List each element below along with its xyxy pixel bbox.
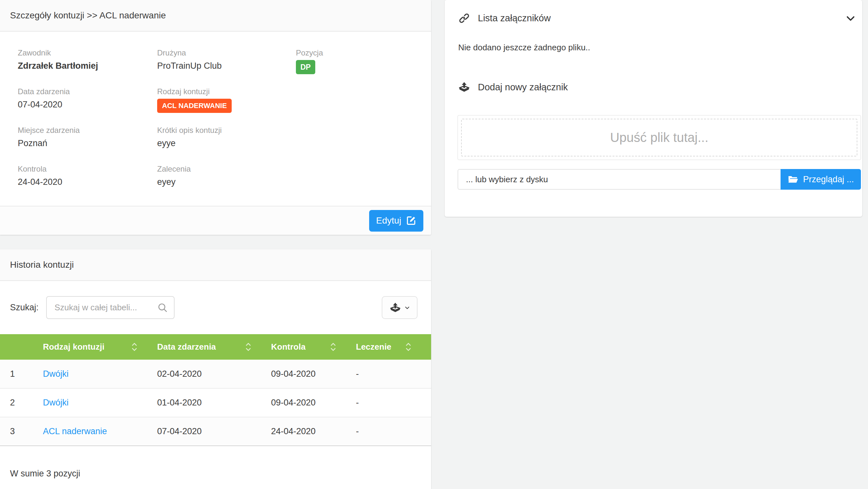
field-short-description: Krótki opis kontuzji eyye xyxy=(157,126,296,164)
event-date-cell: 01-04-2020 xyxy=(157,388,271,417)
injury-details-header: Szczegóły kontuzji >> ACL naderwanie xyxy=(0,0,431,32)
field-label: Drużyna xyxy=(157,48,296,57)
history-title: Historia kontuzji xyxy=(10,260,74,270)
export-button[interactable] xyxy=(382,296,417,319)
treatment-cell: - xyxy=(356,360,431,388)
search-icon xyxy=(157,302,168,313)
control-date-cell: 24-04-2020 xyxy=(271,417,356,446)
file-dropzone[interactable]: Upuść plik tutaj... xyxy=(458,115,861,160)
field-value: 07-04-2020 xyxy=(18,100,157,110)
field-control-date: Kontrola 24-04-2020 xyxy=(18,164,157,203)
injury-history-table: Rodzaj kontuzji Data zdarzenia xyxy=(0,334,431,446)
injury-link[interactable]: Dwójki xyxy=(43,369,69,379)
injury-details-fields: Zawodnik Zdrzałek Bartłomiej Drużyna Pro… xyxy=(0,32,431,203)
file-select-row: ... lub wybierz z dysku Przeglądaj ... xyxy=(458,169,861,190)
field-injury-type: Rodzaj kontuzji ACL NADERWANIE xyxy=(157,87,296,126)
field-label: Zawodnik xyxy=(18,48,157,57)
table-header-row: Rodzaj kontuzji Data zdarzenia xyxy=(0,334,431,360)
table-row: 1 Dwójki 02-04-2020 09-04-2020 - xyxy=(0,360,431,388)
table-row: 2 Dwójki 01-04-2020 09-04-2020 - xyxy=(0,388,431,417)
field-label: Krótki opis kontuzji xyxy=(157,126,296,135)
field-event-place: Miejsce zdarzenia Poznań xyxy=(18,126,157,164)
folder-open-icon xyxy=(788,174,799,185)
browse-button[interactable]: Przeglądaj ... xyxy=(780,169,861,190)
column-header-index xyxy=(0,334,43,360)
field-position: Pozycja DP xyxy=(296,48,431,87)
injury-link[interactable]: Dwójki xyxy=(43,398,69,408)
injury-history-card: Historia kontuzji Szukaj: xyxy=(0,249,431,489)
position-badge: DP xyxy=(296,60,315,74)
column-header-type[interactable]: Rodzaj kontuzji xyxy=(43,334,157,360)
field-label: Zalecenia xyxy=(157,164,296,173)
dropzone-text: Upuść plik tutaj... xyxy=(610,130,709,145)
page-title: Szczegóły kontuzji >> ACL naderwanie xyxy=(10,10,166,21)
control-date-cell: 09-04-2020 xyxy=(271,360,356,388)
treatment-cell: - xyxy=(356,417,431,446)
injury-type-cell: Dwójki xyxy=(43,388,157,417)
attachments-list-header: Lista załączników xyxy=(458,12,856,24)
field-value: Poznań xyxy=(18,138,157,149)
control-date-cell: 09-04-2020 xyxy=(271,388,356,417)
field-label: Miejsce zdarzenia xyxy=(18,126,157,135)
add-attachment-header: Dodaj nowy załącznik xyxy=(458,81,856,93)
field-value: 24-04-2020 xyxy=(18,177,157,187)
field-team: Drużyna ProTrainUp Club xyxy=(157,48,296,87)
sort-icon xyxy=(406,343,411,351)
details-footer: Edytuj xyxy=(0,206,431,235)
attachments-empty-message: Nie dodano jeszcze żadnego pliku.. xyxy=(458,42,590,53)
field-label: Rodzaj kontuzji xyxy=(157,87,296,96)
collapse-chevron-icon[interactable] xyxy=(845,13,856,24)
sort-icon xyxy=(331,343,336,351)
row-index: 1 xyxy=(0,360,43,388)
injury-type-cell: ACL naderwanie xyxy=(43,417,157,446)
column-header-control[interactable]: Kontrola xyxy=(271,334,356,360)
attachments-list-title: Lista załączników xyxy=(478,13,551,24)
event-date-cell: 07-04-2020 xyxy=(157,417,271,446)
injury-history-header: Historia kontuzji xyxy=(0,249,431,281)
attachments-card: Lista załączników Nie dodano jeszcze żad… xyxy=(445,0,862,217)
field-value: Zdrzałek Bartłomiej xyxy=(18,61,157,71)
edit-button[interactable]: Edytuj xyxy=(369,210,423,232)
injury-type-badge: ACL NADERWANIE xyxy=(157,99,232,113)
row-index: 3 xyxy=(0,417,43,446)
browse-button-label: Przeglądaj ... xyxy=(803,174,854,185)
edit-icon xyxy=(406,216,416,226)
injury-details-card: Szczegóły kontuzji >> ACL naderwanie Zaw… xyxy=(0,0,431,235)
injury-link[interactable]: ACL naderwanie xyxy=(43,426,107,436)
column-header-treatment[interactable]: Leczenie xyxy=(356,334,431,360)
field-label: Kontrola xyxy=(18,164,157,173)
link-icon xyxy=(458,12,470,24)
field-value: eyey xyxy=(157,177,296,187)
injury-type-cell: Dwójki xyxy=(43,360,157,388)
file-select-input[interactable]: ... lub wybierz z dysku xyxy=(458,169,780,190)
column-header-date[interactable]: Data zdarzenia xyxy=(157,334,271,360)
field-player: Zawodnik Zdrzałek Bartłomiej xyxy=(18,48,157,87)
sort-icon xyxy=(246,343,251,351)
search-label: Szukaj: xyxy=(10,302,46,313)
table-toolbar: Szukaj: xyxy=(0,296,431,319)
treatment-cell: - xyxy=(356,388,431,417)
field-label: Pozycja xyxy=(296,48,431,57)
export-icon xyxy=(390,302,401,314)
upload-icon xyxy=(458,81,470,93)
table-row: 3 ACL naderwanie 07-04-2020 24-04-2020 - xyxy=(0,417,431,446)
search-box xyxy=(46,296,175,319)
row-index: 2 xyxy=(0,388,43,417)
file-dropzone-inner: Upuść plik tutaj... xyxy=(461,119,857,157)
field-recommendations: Zalecenia eyey xyxy=(157,164,296,203)
export-chevron-icon xyxy=(404,305,410,311)
sort-icon xyxy=(132,343,137,351)
field-value: eyye xyxy=(157,138,296,149)
event-date-cell: 02-04-2020 xyxy=(157,360,271,388)
field-label: Data zdarzenia xyxy=(18,87,157,96)
left-column: Szczegóły kontuzji >> ACL naderwanie Zaw… xyxy=(0,0,431,489)
edit-button-label: Edytuj xyxy=(376,216,401,226)
search-input[interactable] xyxy=(46,296,175,319)
field-value: ProTrainUp Club xyxy=(157,61,296,71)
table-summary: W sumie 3 pozycji xyxy=(0,446,431,479)
field-event-date: Data zdarzenia 07-04-2020 xyxy=(18,87,157,126)
add-attachment-title: Dodaj nowy załącznik xyxy=(478,82,568,93)
